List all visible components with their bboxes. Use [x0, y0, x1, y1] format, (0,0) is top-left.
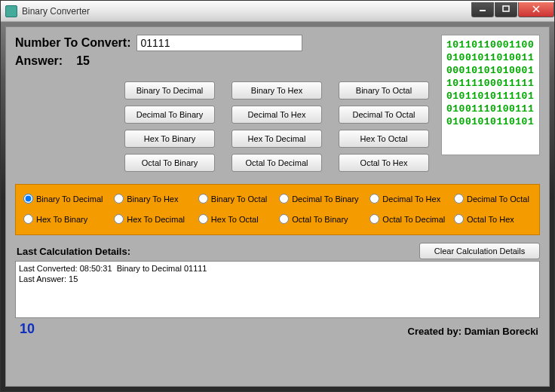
octal-to-hex-button[interactable]: Octal To Hex — [339, 154, 429, 172]
svg-rect-1 — [503, 6, 509, 11]
footer-number: 10 — [15, 321, 35, 337]
footer-credit: Created by: Damian Borecki — [408, 326, 540, 337]
details-header-label: Last Calculation Details: — [15, 246, 419, 257]
radio-panel: Binary To Decimal Binary To Hex Binary T… — [15, 184, 540, 235]
maximize-button[interactable] — [495, 2, 517, 17]
hex-to-binary-button[interactable]: Hex To Binary — [124, 130, 215, 148]
close-button[interactable] — [518, 2, 554, 17]
convert-button-grid: Binary To Decimal Binary To Hex Binary T… — [124, 81, 441, 172]
binary-to-hex-button[interactable]: Binary To Hex — [232, 81, 322, 100]
radio-octal-to-decimal[interactable]: Octal To Decimal — [369, 214, 454, 224]
answer-label: Answer: — [15, 54, 63, 68]
binary-to-decimal-button[interactable]: Binary To Decimal — [124, 81, 215, 100]
octal-to-decimal-button[interactable]: Octal To Decimal — [232, 154, 322, 172]
decimal-to-octal-button[interactable]: Decimal To Octal — [339, 106, 429, 124]
answer-value: 15 — [76, 54, 90, 68]
titlebar[interactable]: Binary Converter — [1, 1, 554, 22]
app-window: Binary Converter Number To Convert: Answ… — [0, 0, 555, 392]
decimal-to-hex-button[interactable]: Decimal To Hex — [232, 106, 322, 124]
hex-to-decimal-button[interactable]: Hex To Decimal — [232, 130, 322, 148]
details-textbox[interactable]: Last Converted: 08:50:31 Binary to Decim… — [15, 261, 540, 318]
octal-to-binary-button[interactable]: Octal To Binary — [124, 154, 215, 172]
radio-binary-to-hex[interactable]: Binary To Hex — [114, 194, 198, 204]
radio-binary-to-decimal[interactable]: Binary To Decimal — [23, 194, 114, 204]
app-icon — [5, 5, 17, 17]
input-label: Number To Convert: — [15, 36, 130, 50]
client-area: Number To Convert: Answer: 15 Binary To … — [5, 26, 550, 387]
radio-decimal-to-hex[interactable]: Decimal To Hex — [369, 194, 454, 204]
radio-decimal-to-binary[interactable]: Decimal To Binary — [279, 194, 369, 204]
radio-binary-to-octal[interactable]: Binary To Octal — [198, 194, 279, 204]
radio-decimal-to-octal[interactable]: Decimal To Octal — [454, 194, 532, 204]
binary-to-octal-button[interactable]: Binary To Octal — [339, 81, 429, 100]
hex-to-octal-button[interactable]: Hex To Octal — [339, 130, 429, 148]
clear-details-button[interactable]: Clear Calculation Details — [419, 243, 540, 259]
radio-octal-to-binary[interactable]: Octal To Binary — [279, 214, 369, 224]
number-input[interactable] — [136, 35, 302, 51]
radio-hex-to-decimal[interactable]: Hex To Decimal — [114, 214, 198, 224]
radio-hex-to-octal[interactable]: Hex To Octal — [198, 214, 279, 224]
window-title: Binary Converter — [22, 6, 471, 17]
decimal-to-binary-button[interactable]: Decimal To Binary — [124, 106, 215, 124]
minimize-button[interactable] — [471, 2, 494, 17]
radio-hex-to-binary[interactable]: Hex To Binary — [23, 214, 114, 224]
binary-art-panel: 10110110001100 01001011010011 0001010101… — [441, 35, 540, 155]
radio-octal-to-hex[interactable]: Octal To Hex — [454, 214, 532, 224]
